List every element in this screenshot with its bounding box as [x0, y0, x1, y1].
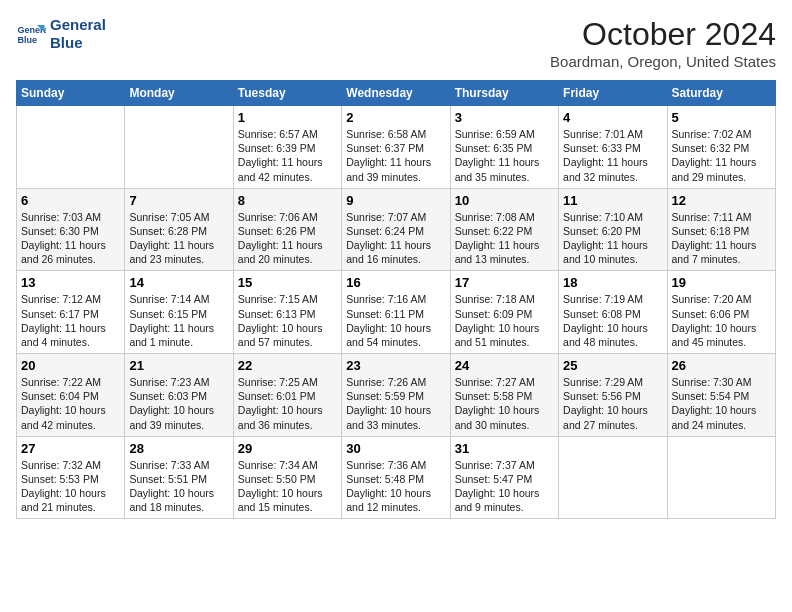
day-number: 28: [129, 441, 228, 456]
day-info: Sunrise: 7:33 AM Sunset: 5:51 PM Dayligh…: [129, 458, 228, 515]
calendar-cell: 24Sunrise: 7:27 AM Sunset: 5:58 PM Dayli…: [450, 354, 558, 437]
day-number: 21: [129, 358, 228, 373]
day-number: 7: [129, 193, 228, 208]
logo-icon: General Blue: [16, 19, 46, 49]
day-number: 26: [672, 358, 771, 373]
location-title: Boardman, Oregon, United States: [550, 53, 776, 70]
day-number: 14: [129, 275, 228, 290]
calendar-cell: 6Sunrise: 7:03 AM Sunset: 6:30 PM Daylig…: [17, 188, 125, 271]
day-number: 1: [238, 110, 337, 125]
logo-text-blue: Blue: [50, 34, 106, 52]
calendar-cell: 27Sunrise: 7:32 AM Sunset: 5:53 PM Dayli…: [17, 436, 125, 519]
day-number: 6: [21, 193, 120, 208]
day-number: 19: [672, 275, 771, 290]
day-info: Sunrise: 7:34 AM Sunset: 5:50 PM Dayligh…: [238, 458, 337, 515]
day-info: Sunrise: 7:05 AM Sunset: 6:28 PM Dayligh…: [129, 210, 228, 267]
calendar-week-row: 6Sunrise: 7:03 AM Sunset: 6:30 PM Daylig…: [17, 188, 776, 271]
calendar-week-row: 1Sunrise: 6:57 AM Sunset: 6:39 PM Daylig…: [17, 106, 776, 189]
calendar-cell: 9Sunrise: 7:07 AM Sunset: 6:24 PM Daylig…: [342, 188, 450, 271]
calendar-week-row: 27Sunrise: 7:32 AM Sunset: 5:53 PM Dayli…: [17, 436, 776, 519]
calendar-cell: 16Sunrise: 7:16 AM Sunset: 6:11 PM Dayli…: [342, 271, 450, 354]
column-header-wednesday: Wednesday: [342, 81, 450, 106]
day-number: 23: [346, 358, 445, 373]
logo-text-general: General: [50, 16, 106, 34]
day-number: 18: [563, 275, 662, 290]
day-info: Sunrise: 7:29 AM Sunset: 5:56 PM Dayligh…: [563, 375, 662, 432]
day-number: 22: [238, 358, 337, 373]
day-number: 27: [21, 441, 120, 456]
day-number: 11: [563, 193, 662, 208]
day-info: Sunrise: 7:01 AM Sunset: 6:33 PM Dayligh…: [563, 127, 662, 184]
day-info: Sunrise: 7:11 AM Sunset: 6:18 PM Dayligh…: [672, 210, 771, 267]
calendar-cell: 21Sunrise: 7:23 AM Sunset: 6:03 PM Dayli…: [125, 354, 233, 437]
calendar-cell: 15Sunrise: 7:15 AM Sunset: 6:13 PM Dayli…: [233, 271, 341, 354]
day-info: Sunrise: 6:57 AM Sunset: 6:39 PM Dayligh…: [238, 127, 337, 184]
calendar-table: SundayMondayTuesdayWednesdayThursdayFrid…: [16, 80, 776, 519]
day-number: 24: [455, 358, 554, 373]
logo: General Blue General Blue: [16, 16, 106, 52]
calendar-cell: 13Sunrise: 7:12 AM Sunset: 6:17 PM Dayli…: [17, 271, 125, 354]
calendar-header-row: SundayMondayTuesdayWednesdayThursdayFrid…: [17, 81, 776, 106]
day-info: Sunrise: 7:37 AM Sunset: 5:47 PM Dayligh…: [455, 458, 554, 515]
calendar-cell: 2Sunrise: 6:58 AM Sunset: 6:37 PM Daylig…: [342, 106, 450, 189]
column-header-saturday: Saturday: [667, 81, 775, 106]
day-info: Sunrise: 7:03 AM Sunset: 6:30 PM Dayligh…: [21, 210, 120, 267]
day-info: Sunrise: 7:36 AM Sunset: 5:48 PM Dayligh…: [346, 458, 445, 515]
calendar-cell: 14Sunrise: 7:14 AM Sunset: 6:15 PM Dayli…: [125, 271, 233, 354]
day-number: 5: [672, 110, 771, 125]
header: General Blue General Blue October 2024 B…: [16, 16, 776, 70]
calendar-cell: 4Sunrise: 7:01 AM Sunset: 6:33 PM Daylig…: [559, 106, 667, 189]
day-number: 13: [21, 275, 120, 290]
day-number: 20: [21, 358, 120, 373]
calendar-cell: 25Sunrise: 7:29 AM Sunset: 5:56 PM Dayli…: [559, 354, 667, 437]
calendar-cell: 5Sunrise: 7:02 AM Sunset: 6:32 PM Daylig…: [667, 106, 775, 189]
title-block: October 2024 Boardman, Oregon, United St…: [550, 16, 776, 70]
day-number: 10: [455, 193, 554, 208]
month-title: October 2024: [550, 16, 776, 53]
calendar-week-row: 13Sunrise: 7:12 AM Sunset: 6:17 PM Dayli…: [17, 271, 776, 354]
column-header-friday: Friday: [559, 81, 667, 106]
column-header-sunday: Sunday: [17, 81, 125, 106]
calendar-cell: 23Sunrise: 7:26 AM Sunset: 5:59 PM Dayli…: [342, 354, 450, 437]
day-info: Sunrise: 7:10 AM Sunset: 6:20 PM Dayligh…: [563, 210, 662, 267]
svg-text:Blue: Blue: [18, 35, 38, 45]
calendar-week-row: 20Sunrise: 7:22 AM Sunset: 6:04 PM Dayli…: [17, 354, 776, 437]
day-info: Sunrise: 7:32 AM Sunset: 5:53 PM Dayligh…: [21, 458, 120, 515]
day-number: 30: [346, 441, 445, 456]
day-info: Sunrise: 7:20 AM Sunset: 6:06 PM Dayligh…: [672, 292, 771, 349]
calendar-cell: 11Sunrise: 7:10 AM Sunset: 6:20 PM Dayli…: [559, 188, 667, 271]
day-number: 31: [455, 441, 554, 456]
day-info: Sunrise: 7:14 AM Sunset: 6:15 PM Dayligh…: [129, 292, 228, 349]
day-info: Sunrise: 7:25 AM Sunset: 6:01 PM Dayligh…: [238, 375, 337, 432]
day-number: 2: [346, 110, 445, 125]
calendar-cell: [125, 106, 233, 189]
calendar-cell: 22Sunrise: 7:25 AM Sunset: 6:01 PM Dayli…: [233, 354, 341, 437]
calendar-cell: 1Sunrise: 6:57 AM Sunset: 6:39 PM Daylig…: [233, 106, 341, 189]
day-info: Sunrise: 7:27 AM Sunset: 5:58 PM Dayligh…: [455, 375, 554, 432]
calendar-cell: 8Sunrise: 7:06 AM Sunset: 6:26 PM Daylig…: [233, 188, 341, 271]
day-info: Sunrise: 7:02 AM Sunset: 6:32 PM Dayligh…: [672, 127, 771, 184]
day-info: Sunrise: 7:15 AM Sunset: 6:13 PM Dayligh…: [238, 292, 337, 349]
calendar-cell: [559, 436, 667, 519]
day-number: 3: [455, 110, 554, 125]
day-info: Sunrise: 6:59 AM Sunset: 6:35 PM Dayligh…: [455, 127, 554, 184]
day-number: 29: [238, 441, 337, 456]
day-info: Sunrise: 6:58 AM Sunset: 6:37 PM Dayligh…: [346, 127, 445, 184]
day-info: Sunrise: 7:18 AM Sunset: 6:09 PM Dayligh…: [455, 292, 554, 349]
calendar-cell: 31Sunrise: 7:37 AM Sunset: 5:47 PM Dayli…: [450, 436, 558, 519]
calendar-cell: [17, 106, 125, 189]
day-number: 15: [238, 275, 337, 290]
day-info: Sunrise: 7:06 AM Sunset: 6:26 PM Dayligh…: [238, 210, 337, 267]
calendar-cell: 20Sunrise: 7:22 AM Sunset: 6:04 PM Dayli…: [17, 354, 125, 437]
calendar-cell: 19Sunrise: 7:20 AM Sunset: 6:06 PM Dayli…: [667, 271, 775, 354]
column-header-thursday: Thursday: [450, 81, 558, 106]
day-number: 12: [672, 193, 771, 208]
day-info: Sunrise: 7:08 AM Sunset: 6:22 PM Dayligh…: [455, 210, 554, 267]
calendar-cell: 18Sunrise: 7:19 AM Sunset: 6:08 PM Dayli…: [559, 271, 667, 354]
day-info: Sunrise: 7:26 AM Sunset: 5:59 PM Dayligh…: [346, 375, 445, 432]
calendar-cell: 30Sunrise: 7:36 AM Sunset: 5:48 PM Dayli…: [342, 436, 450, 519]
calendar-cell: 3Sunrise: 6:59 AM Sunset: 6:35 PM Daylig…: [450, 106, 558, 189]
day-info: Sunrise: 7:22 AM Sunset: 6:04 PM Dayligh…: [21, 375, 120, 432]
calendar-cell: 28Sunrise: 7:33 AM Sunset: 5:51 PM Dayli…: [125, 436, 233, 519]
day-info: Sunrise: 7:16 AM Sunset: 6:11 PM Dayligh…: [346, 292, 445, 349]
